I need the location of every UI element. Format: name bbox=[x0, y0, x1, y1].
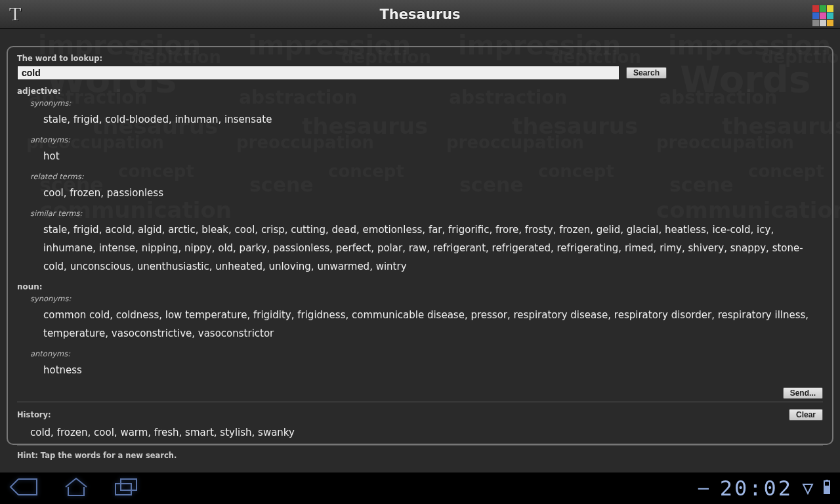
svg-rect-3 bbox=[825, 486, 829, 493]
lookup-input[interactable] bbox=[17, 66, 620, 80]
app-logo-icon: T bbox=[9, 3, 21, 25]
search-button[interactable]: Search bbox=[626, 67, 667, 79]
send-button[interactable]: Send... bbox=[783, 387, 823, 399]
adj-synonyms-terms[interactable]: stale, frigid, cold-blooded, inhuman, in… bbox=[43, 110, 823, 129]
pos-adjective-heading: adjective: bbox=[17, 87, 823, 96]
hint-text: Hint: Tap the words for a new search. bbox=[17, 451, 823, 460]
noun-synonyms-label: synonyms: bbox=[30, 294, 823, 303]
apps-grid-icon[interactable] bbox=[812, 5, 833, 26]
home-icon[interactable] bbox=[63, 476, 89, 500]
main-panel: The word to lookup: Search adjective: sy… bbox=[7, 46, 833, 445]
back-icon[interactable] bbox=[9, 477, 39, 499]
adj-antonyms-label: antonyms: bbox=[30, 135, 823, 144]
adj-similar-terms[interactable]: stale, frigid, acold, algid, arctic, ble… bbox=[43, 220, 823, 276]
noun-antonyms-terms[interactable]: hotness bbox=[43, 361, 823, 379]
battery-icon[interactable] bbox=[823, 479, 831, 497]
notification-minus-icon[interactable]: − bbox=[696, 478, 711, 498]
system-nav-bar: − 20:02 bbox=[0, 472, 840, 504]
app-top-bar: T Thesaurus bbox=[0, 0, 840, 29]
separator-2 bbox=[17, 445, 823, 446]
adj-related-terms[interactable]: cool, frozen, passionless bbox=[43, 184, 823, 202]
adj-similar-label: similar terms: bbox=[30, 209, 823, 218]
lookup-label: The word to lookup: bbox=[17, 54, 823, 63]
status-clock[interactable]: 20:02 bbox=[720, 476, 793, 501]
svg-rect-0 bbox=[116, 484, 131, 495]
adj-antonyms-terms[interactable]: hot bbox=[43, 147, 823, 165]
recent-apps-icon[interactable] bbox=[113, 477, 139, 499]
noun-antonyms-label: antonyms: bbox=[30, 349, 823, 358]
clear-history-button[interactable]: Clear bbox=[789, 409, 823, 421]
noun-synonyms-terms[interactable]: common cold, coldness, low temperature, … bbox=[43, 306, 823, 343]
history-block: History: Clear cold, frozen, cool, warm,… bbox=[17, 408, 823, 438]
history-label: History: bbox=[17, 410, 51, 419]
svg-rect-1 bbox=[121, 479, 136, 490]
app-title: Thesaurus bbox=[380, 7, 461, 22]
separator bbox=[17, 402, 823, 402]
adj-synonyms-label: synonyms: bbox=[30, 98, 823, 108]
history-terms[interactable]: cold, frozen, cool, warm, fresh, smart, … bbox=[30, 427, 823, 438]
adj-related-label: related terms: bbox=[30, 172, 823, 181]
svg-rect-4 bbox=[826, 480, 828, 481]
pos-noun-heading: noun: bbox=[17, 282, 823, 291]
wifi-icon[interactable] bbox=[802, 479, 814, 497]
search-row: Search bbox=[17, 66, 823, 80]
